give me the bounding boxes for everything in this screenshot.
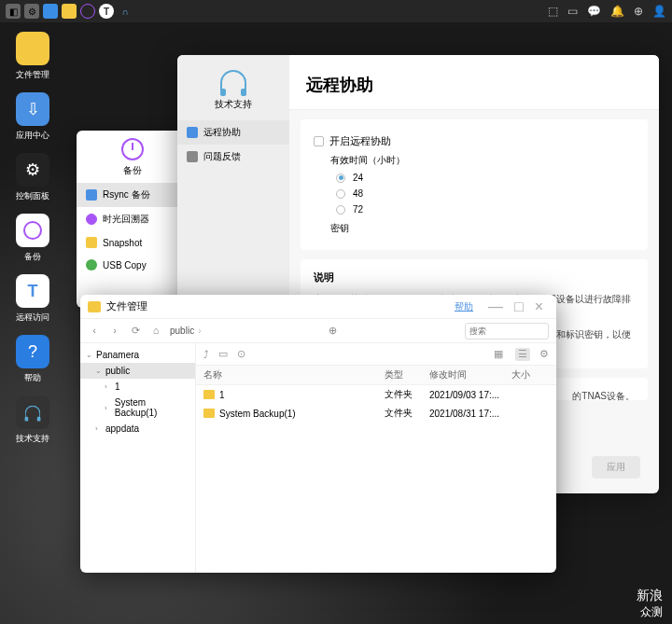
headset-icon [220,70,246,92]
upload-icon[interactable]: ⤴ [203,349,209,360]
feedback-icon [187,151,198,162]
help-icon: ? [16,335,49,368]
desktop-icon-help[interactable]: ?帮助 [9,335,56,384]
desktop-icon-appcenter[interactable]: ⇩应用中心 [9,92,56,142]
desc-heading: 说明 [314,270,635,284]
enable-label: 开启远程协助 [329,134,391,148]
sidebar-item-timemachine[interactable]: 时光回溯器 [77,207,189,231]
nav-back-button[interactable]: ‹ [88,325,101,338]
appcenter-icon: ⇩ [16,92,49,126]
settings-icon[interactable]: ⚙ [539,348,549,360]
sidebar-item-usbcopy[interactable]: USB Copy [77,254,189,276]
folder-icon [203,409,215,418]
tree-root[interactable]: ⌄Panamera [80,347,195,363]
tray-icon[interactable]: ▭ [567,5,578,18]
taskbar-app-icon[interactable] [80,4,95,19]
sidebar-item-rsync[interactable]: Rsync 备份 [77,183,189,207]
sidebar-item-feedback[interactable]: 问题反馈 [177,145,289,169]
taskbar: ◧ ⚙ T ∩ ⬚ ▭ 💬 🔔 ⊕ 👤 [0,0,672,22]
watermark: 新浪 众测 [637,588,663,620]
help-link[interactable]: 帮助 [455,300,473,313]
nav-forward-button[interactable]: › [108,325,121,338]
backup-window-title: 备份 [123,164,142,177]
radio-48[interactable] [336,189,345,199]
taskbar-app-icon[interactable]: ∩ [118,4,133,19]
table-row[interactable]: System Backup(1) 文件夹 2021/08/31 17:... [196,404,556,423]
radio-24[interactable] [336,173,345,183]
taskbar-app-icon[interactable]: ◧ [6,4,21,19]
view-grid-button[interactable]: ▦ [491,348,506,361]
more-icon[interactable]: ⊙ [237,348,245,360]
tree-item-public[interactable]: ⌄public [80,363,195,379]
file-manager-window: 文件管理 帮助 — □ × ‹ › ⟳ ⌂ public› ⊕ ⌄Panamer… [80,295,556,573]
minimize-button[interactable]: — [488,298,503,315]
backup-window: 备份 Rsync 备份 时光回溯器 Snapshot USB Copy [77,131,189,308]
col-type[interactable]: 类型 [385,368,429,381]
col-name[interactable]: 名称 [203,368,385,381]
tree-item[interactable]: ›System Backup(1) [80,395,195,421]
enable-checkbox[interactable] [314,136,324,146]
tree-item[interactable]: ›1 [80,379,195,395]
snapshot-icon [86,237,97,248]
page-title: 远程协助 [289,55,659,110]
maximize-button[interactable]: □ [514,298,524,315]
desktop-icon-support[interactable]: 技术支持 [9,395,56,445]
remote-assist-icon [187,127,198,138]
desktop-icon-backup[interactable]: 备份 [9,214,56,263]
search-input[interactable] [465,323,549,340]
taskbar-app-icon[interactable] [43,4,58,19]
backup-clock-icon [121,138,144,160]
tray-notification-icon[interactable]: 🔔 [610,5,624,18]
add-button[interactable]: ⊕ [327,325,340,338]
tray-user-icon[interactable]: 👤 [652,5,666,18]
table-row[interactable]: 1 文件夹 2021/09/03 17:... [196,385,556,404]
tree-item-appdata[interactable]: ›appdata [80,421,195,437]
duration-label: 有效时间（小时） [330,154,635,167]
folder-tree: ⌄Panamera ⌄public ›1 ›System Backup(1) ›… [80,343,196,573]
sidebar-item-remote-assist[interactable]: 远程协助 [177,120,289,145]
col-date[interactable]: 修改时间 [429,368,511,381]
taskbar-app-icon[interactable]: ⚙ [24,4,39,19]
controlpanel-icon: ⚙ [16,153,49,187]
desktop-icons: 文件管理 ⇩应用中心 ⚙控制面板 备份 T远程访问 ?帮助 技术支持 [9,32,56,456]
breadcrumb[interactable]: public› [170,326,201,336]
nav-home-button[interactable]: ⌂ [149,325,162,338]
close-button[interactable]: × [535,298,543,315]
settings-panel: 开启远程协助 有效时间（小时） 24 48 72 密钥 [301,119,648,250]
usbcopy-icon [86,259,97,270]
sidebar-item-snapshot[interactable]: Snapshot [77,231,189,254]
desktop-icon-remote[interactable]: T远程访问 [9,274,56,324]
tray-icon[interactable]: 💬 [587,5,601,18]
sidebar-title: 技术支持 [215,98,252,111]
nav-refresh-button[interactable]: ⟳ [129,325,142,338]
tray-network-icon[interactable]: ⊕ [634,5,643,18]
remote-icon: T [16,274,49,308]
table-header: 名称 类型 修改时间 大小 [196,366,556,385]
radio-72[interactable] [336,205,345,215]
rsync-icon [86,189,97,201]
secret-label: 密钥 [330,222,635,235]
folder-icon [203,390,215,399]
folder-icon [16,32,49,65]
timemachine-icon [86,214,97,225]
apply-button[interactable]: 应用 [592,456,640,478]
col-size[interactable]: 大小 [511,368,549,381]
view-list-button[interactable]: ☰ [515,348,530,361]
support-icon [16,395,49,429]
desktop-icon-controlpanel[interactable]: ⚙控制面板 [9,153,56,202]
desktop-icon-files[interactable]: 文件管理 [9,32,56,81]
taskbar-app-icon[interactable] [62,4,77,19]
taskbar-app-icon[interactable]: T [99,4,114,19]
backup-icon [16,214,49,247]
tray-icon[interactable]: ⬚ [548,5,558,18]
folder-icon [88,301,101,312]
fm-title: 文件管理 [106,299,455,313]
newfolder-icon[interactable]: ▭ [218,348,228,360]
